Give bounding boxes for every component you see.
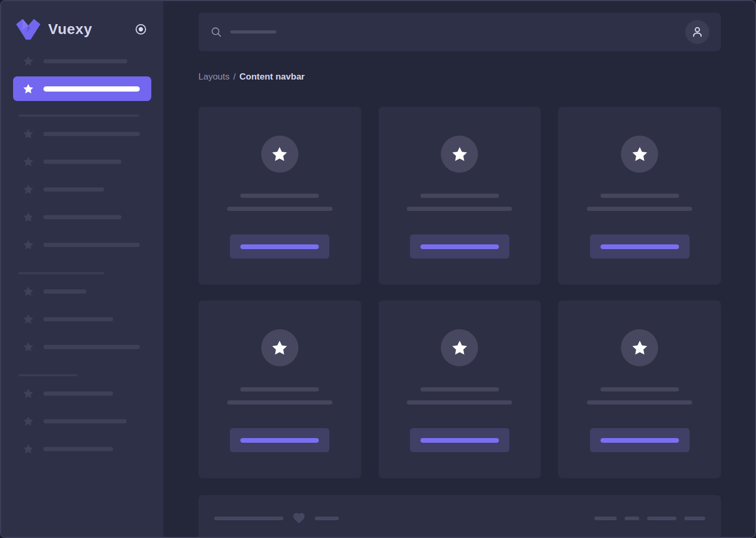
- card-title-bar: [420, 194, 499, 198]
- card-subtitle-bar: [587, 400, 692, 405]
- card-avatar-circle: [261, 329, 298, 366]
- sidebar-item[interactable]: [13, 120, 151, 148]
- sidebar-nav: [13, 47, 151, 463]
- card-action-button[interactable]: [410, 234, 509, 259]
- footer-placeholder-bar: [625, 517, 639, 520]
- card-action-button[interactable]: [590, 234, 690, 259]
- star-icon: [450, 339, 469, 357]
- star-icon: [270, 145, 289, 164]
- card-avatar-circle: [441, 136, 478, 173]
- star-icon: [22, 183, 35, 196]
- skeleton-card: [379, 300, 541, 478]
- sidebar-header: Vuexy: [13, 1, 151, 42]
- sidebar: Vuexy: [1, 1, 163, 537]
- star-icon: [22, 239, 35, 251]
- footer-placeholder-bar: [594, 517, 617, 520]
- sidebar-item-label-bar: [43, 59, 127, 63]
- sidebar-item-label-bar: [43, 391, 113, 396]
- sidebar-item[interactable]: [13, 148, 151, 175]
- brand-name: Vuexy: [48, 21, 135, 38]
- card-title-bar: [601, 387, 679, 391]
- user-avatar-button[interactable]: [685, 20, 709, 44]
- card-avatar-circle: [621, 329, 658, 366]
- search-icon: [210, 26, 222, 38]
- vuexy-logo-icon: [15, 18, 41, 40]
- card-action-button[interactable]: [230, 428, 329, 452]
- sidebar-item[interactable]: [13, 277, 151, 305]
- sidebar-item-label-bar: [43, 86, 140, 92]
- button-label-bar: [601, 244, 679, 249]
- sidebar-item-active[interactable]: [13, 76, 151, 101]
- menu-pin-toggle-icon[interactable]: [135, 23, 147, 36]
- search-input[interactable]: [210, 26, 685, 38]
- footer-card: [198, 495, 721, 538]
- star-icon: [22, 128, 35, 140]
- sidebar-item-label-bar: [43, 215, 121, 219]
- star-icon: [22, 313, 35, 326]
- skeleton-card: [198, 300, 361, 478]
- footer-placeholder-bar: [647, 517, 676, 520]
- star-icon: [22, 341, 35, 353]
- star-icon: [22, 83, 35, 95]
- card-avatar-circle: [441, 329, 478, 366]
- sidebar-item[interactable]: [13, 305, 151, 333]
- breadcrumb-current: Content navbar: [239, 71, 305, 82]
- sidebar-item[interactable]: [13, 435, 151, 463]
- card-action-button[interactable]: [590, 428, 690, 452]
- card-subtitle-bar: [407, 207, 512, 211]
- sidebar-item-label-bar: [43, 132, 140, 136]
- card-subtitle-bar: [407, 400, 512, 405]
- star-icon: [22, 443, 35, 455]
- sidebar-item-label-bar: [43, 447, 113, 451]
- footer-placeholder-bar: [684, 517, 705, 520]
- star-icon: [22, 387, 35, 400]
- footer-placeholder-bar: [214, 517, 283, 520]
- card-subtitle-bar: [227, 400, 332, 405]
- sidebar-item-label-bar: [43, 187, 104, 192]
- button-label-bar: [420, 244, 499, 249]
- star-icon: [22, 155, 35, 168]
- sidebar-item[interactable]: [13, 379, 151, 407]
- button-label-bar: [240, 438, 319, 443]
- person-icon: [691, 25, 704, 39]
- app-window: Vuexy Layouts / Content navbar: [0, 0, 756, 538]
- card-title-bar: [240, 387, 319, 391]
- star-icon: [22, 285, 35, 298]
- sidebar-item-label-bar: [43, 419, 127, 423]
- star-icon: [630, 145, 649, 164]
- star-icon: [22, 211, 35, 223]
- card-subtitle-bar: [227, 207, 332, 211]
- card-action-button[interactable]: [410, 428, 509, 452]
- breadcrumb: Layouts / Content navbar: [198, 71, 719, 82]
- search-placeholder-bar: [230, 30, 276, 33]
- sidebar-item-label-bar: [43, 160, 121, 164]
- skeleton-card: [379, 107, 541, 285]
- footer-placeholder-bar: [315, 517, 339, 520]
- breadcrumb-parent[interactable]: Layouts: [198, 71, 230, 82]
- sidebar-item-label-bar: [43, 243, 140, 247]
- sidebar-item-label-bar: [43, 317, 113, 321]
- card-action-button[interactable]: [230, 234, 329, 259]
- sidebar-item[interactable]: [13, 175, 151, 203]
- card-title-bar: [601, 194, 679, 198]
- star-icon: [450, 145, 469, 164]
- star-icon: [630, 339, 649, 357]
- skeleton-card: [558, 300, 721, 478]
- button-label-bar: [240, 244, 319, 249]
- sidebar-item[interactable]: [13, 47, 151, 75]
- skeleton-card: [198, 107, 361, 285]
- sidebar-item[interactable]: [13, 407, 151, 435]
- footer-left-group: [214, 511, 339, 525]
- button-label-bar: [420, 438, 499, 443]
- sidebar-item[interactable]: [13, 231, 151, 259]
- card-title-bar: [240, 194, 319, 198]
- card-title-bar: [420, 387, 499, 391]
- sidebar-item[interactable]: [13, 203, 151, 231]
- card-avatar-circle: [261, 136, 298, 173]
- cards-grid: [198, 107, 721, 478]
- sidebar-item[interactable]: [13, 333, 151, 361]
- sidebar-section-heading-bar: [18, 272, 104, 274]
- sidebar-section-heading-bar: [18, 115, 139, 117]
- heart-icon: [292, 511, 306, 525]
- star-icon: [270, 339, 289, 357]
